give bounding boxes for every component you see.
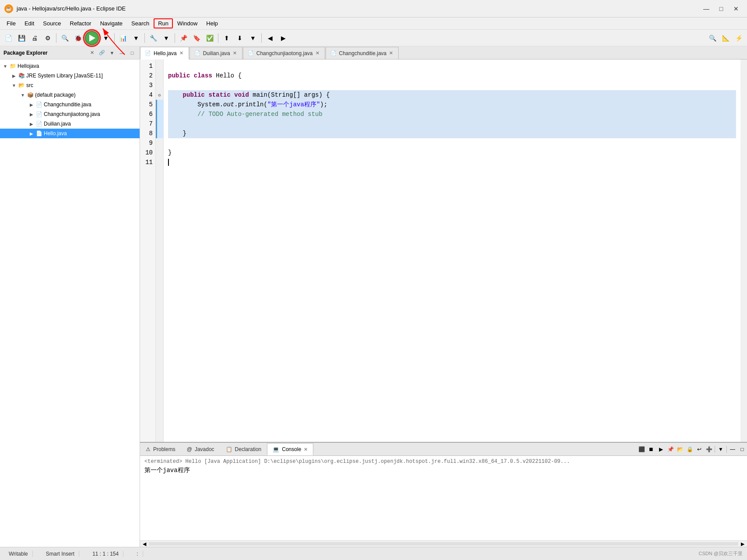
console-clear-button[interactable]: ⬛	[637, 444, 646, 454]
tab-javadoc[interactable]: @ Javadoc	[181, 443, 220, 455]
minimize-console[interactable]: —	[728, 444, 737, 454]
tree-item-hellojava[interactable]: ▼ 📁 Hellojava	[0, 61, 140, 71]
console-terminated-text: <terminated> Hello [Java Application] D:…	[144, 458, 743, 465]
tab-duilian-java[interactable]: 📄 Duilian.java ✕	[189, 47, 242, 59]
console-close[interactable]: ✕	[304, 447, 308, 452]
separator-4	[175, 33, 175, 43]
collapse-all-button[interactable]: ✕	[88, 49, 96, 57]
properties-button[interactable]: ⚙	[42, 32, 54, 44]
coverage-button[interactable]: 📊	[117, 32, 129, 44]
tree-item-duilian[interactable]: ▶ 📄 Duilian.java	[0, 119, 140, 129]
expand-arrow: ▼	[2, 64, 9, 69]
console-h-scrollbar[interactable]: ◀ ▶	[140, 540, 747, 547]
tree-item-jre[interactable]: ▶ 📚 JRE System Library [JavaSE-11]	[0, 71, 140, 80]
search-button[interactable]: 🔍	[59, 32, 71, 44]
perspective-button[interactable]: 📐	[719, 32, 732, 44]
console-word-wrap[interactable]: ↩	[694, 444, 704, 454]
menu-edit[interactable]: Edit	[20, 19, 39, 28]
keyword-public: public	[168, 71, 194, 80]
tab-hello-java[interactable]: 📄 Hello.java ✕	[140, 47, 189, 60]
run-button[interactable]	[85, 31, 99, 45]
quick-access[interactable]: ⚡	[733, 32, 745, 44]
tree-item-src[interactable]: ▼ 📂 src	[0, 80, 140, 90]
tab-changchunditie[interactable]: 📄 Changchunditie.java ✕	[326, 47, 399, 59]
tab-changchunjiaotong[interactable]: 📄 Changchunjiaotong.java ✕	[243, 47, 325, 59]
pin-button[interactable]: 📌	[177, 32, 189, 44]
menu-run[interactable]: Run	[154, 18, 173, 28]
close-button[interactable]: ✕	[729, 3, 743, 14]
minimize-button[interactable]: —	[700, 3, 713, 14]
editor-scrollbar[interactable]	[740, 60, 747, 442]
tree-item-default-package[interactable]: ▼ 📦 (default package)	[0, 90, 140, 100]
console-pin-button[interactable]: 📌	[666, 444, 675, 454]
tab-close-ccj[interactable]: ✕	[316, 50, 319, 56]
external-tools-button[interactable]: 🔧	[147, 32, 159, 44]
new-button[interactable]: 📄	[2, 32, 14, 44]
menu-search[interactable]: Search	[127, 19, 154, 28]
back-button[interactable]: ◀	[264, 32, 276, 44]
annotation-dropdown[interactable]: ▼	[247, 32, 259, 44]
code-line-1	[168, 61, 736, 71]
scroll-left[interactable]: ◀	[140, 541, 149, 547]
view-menu-button[interactable]: ▼	[108, 49, 116, 57]
maximize-console[interactable]: □	[737, 444, 747, 454]
console-output-area[interactable]: <terminated> Hello [Java Application] D:…	[140, 456, 747, 540]
menu-file[interactable]: File	[2, 19, 20, 28]
link-editor-button[interactable]: 🔗	[98, 49, 106, 57]
console-scroll-lock[interactable]: 🔒	[685, 444, 694, 454]
console-open-button[interactable]: 📂	[675, 444, 685, 454]
coverage-dropdown[interactable]: ▼	[130, 32, 142, 44]
console-stop-button[interactable]: ⏹	[646, 444, 656, 454]
menu-refactor[interactable]: Refactor	[66, 19, 96, 28]
javadoc-label: Javadoc	[195, 446, 214, 452]
menu-bar: File Edit Source Refactor Navigate Searc…	[0, 18, 747, 30]
bottom-tab-bar: ⚠ Problems @ Javadoc 📋 Declaration 💻 Con…	[140, 443, 747, 456]
code-content-area[interactable]: public class Hello { public static void …	[164, 60, 740, 442]
tree-item-changchunjiaotong[interactable]: ▶ 📄 Changchunjiaotong.java	[0, 109, 140, 119]
kw-void-4: void	[234, 90, 253, 100]
next-annotation[interactable]: ⬇	[234, 32, 246, 44]
menu-help[interactable]: Help	[202, 19, 222, 28]
external-tools-dropdown[interactable]: ▼	[160, 32, 172, 44]
fold-6	[156, 109, 163, 119]
debug-button[interactable]: 🐞	[72, 32, 84, 44]
tab-close-hello[interactable]: ✕	[179, 50, 183, 56]
jre-label: JRE System Library [JavaSE-11]	[26, 73, 103, 79]
console-relaunch-button[interactable]: ▶	[656, 444, 666, 454]
declaration-label: Declaration	[235, 446, 262, 452]
code-editor[interactable]: 1 2 3 4 5 6 7 8 9 10 11 ⊖	[140, 60, 747, 442]
bookmark-button[interactable]: 🔖	[190, 32, 203, 44]
minimize-panel-button[interactable]: —	[118, 49, 126, 57]
tree-item-changchunditie[interactable]: ▶ 📄 Changchunditie.java	[0, 100, 140, 109]
console-display-selected[interactable]: ▼	[716, 444, 726, 454]
tab-icon-duilian: 📄	[194, 50, 200, 56]
main-layout: Package Explorer ✕ 🔗 ▼ — □ ▼ 📁 Hellojava…	[0, 46, 747, 547]
save-button[interactable]: 💾	[15, 32, 28, 44]
open-type-button[interactable]: 🔍	[706, 32, 719, 44]
run-dropdown-button[interactable]: ▼	[100, 32, 112, 44]
scroll-right[interactable]: ▶	[738, 541, 747, 547]
problems-label: Problems	[153, 446, 175, 452]
changchunjiaotong-label: Changchunjiaotong.java	[44, 111, 100, 117]
tab-close-ccd[interactable]: ✕	[389, 50, 393, 56]
tab-close-duilian[interactable]: ✕	[233, 50, 237, 56]
code-line-8: }	[168, 129, 736, 138]
maximize-panel-button[interactable]: □	[128, 49, 136, 57]
java-file-icon-4: 📄	[35, 130, 43, 137]
print-button[interactable]: 🖨	[28, 32, 41, 44]
package-explorer-tree: ▼ 📁 Hellojava ▶ 📚 JRE System Library [Ja…	[0, 60, 140, 547]
console-new-console[interactable]: ➕	[704, 444, 714, 454]
tab-console[interactable]: 💻 Console ✕	[267, 443, 313, 455]
menu-source[interactable]: Source	[39, 19, 65, 28]
tab-problems[interactable]: ⚠ Problems	[140, 443, 181, 455]
prev-annotation[interactable]: ⬆	[221, 32, 233, 44]
javadoc-icon: @	[187, 446, 192, 452]
task-button[interactable]: ✅	[203, 32, 216, 44]
maximize-button[interactable]: □	[715, 3, 728, 14]
fold-4[interactable]: ⊖	[156, 90, 163, 100]
tab-declaration[interactable]: 📋 Declaration	[220, 443, 267, 455]
tree-item-hello[interactable]: ▶ 📄 Hello.java	[0, 129, 140, 138]
menu-navigate[interactable]: Navigate	[96, 19, 127, 28]
forward-button[interactable]: ▶	[277, 32, 289, 44]
menu-window[interactable]: Window	[173, 19, 202, 28]
